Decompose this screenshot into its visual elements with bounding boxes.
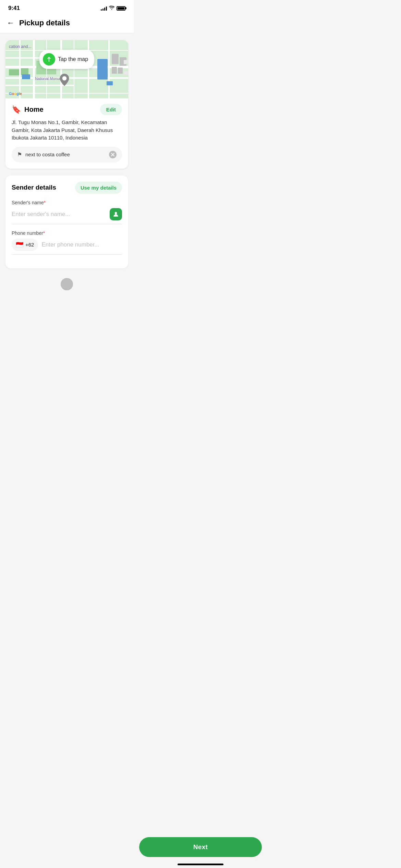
wifi-icon: [109, 5, 114, 11]
clear-icon[interactable]: [109, 151, 117, 158]
note-input-wrapper: ⚑: [12, 147, 122, 162]
google-watermark: Google: [9, 92, 22, 96]
sender-name-field-group: Sender's name*: [12, 200, 122, 224]
country-code: +62: [25, 242, 34, 248]
location-address: Jl. Tugu Monas No.1, Gambir, Kecamatan G…: [12, 119, 122, 142]
svg-rect-12: [21, 68, 28, 75]
scroll-dot: [61, 278, 73, 290]
sender-section: Sender details Use my details Sender's n…: [5, 176, 128, 268]
phone-field-wrapper: 🇮🇩 +62: [12, 239, 122, 255]
phone-input[interactable]: [41, 241, 122, 248]
svg-rect-16: [112, 67, 117, 74]
header: ← Pickup details: [0, 14, 134, 33]
signal-icon: [101, 6, 107, 11]
flag-icon: ⚑: [17, 151, 22, 158]
avatar-icon: [110, 208, 122, 220]
map-pin: [60, 74, 69, 87]
svg-rect-24: [124, 60, 128, 64]
status-icons: [101, 5, 125, 11]
svg-rect-13: [97, 59, 108, 80]
svg-rect-18: [107, 81, 113, 85]
phone-label: Phone number*: [12, 230, 122, 236]
svg-rect-5: [33, 40, 35, 98]
required-star-phone: *: [43, 230, 45, 236]
status-bar: 9:41: [0, 0, 134, 14]
phone-field-group: Phone number* 🇮🇩 +62: [12, 230, 122, 255]
country-selector[interactable]: 🇮🇩 +62: [12, 239, 38, 251]
sender-name-label: Sender's name*: [12, 200, 122, 205]
required-star: *: [44, 200, 46, 205]
sender-header: Sender details Use my details: [12, 182, 122, 194]
use-my-details-button[interactable]: Use my details: [75, 182, 122, 194]
sender-name-input-wrapper: [12, 208, 122, 224]
svg-point-29: [115, 212, 117, 214]
svg-rect-11: [9, 69, 19, 75]
main-content: cation and... National Monument Tap the …: [0, 33, 134, 327]
map-address-partial: cation and...: [9, 44, 31, 49]
location-name-left: 🔖 Home: [12, 105, 44, 114]
svg-rect-6: [60, 40, 62, 98]
location-name-row: 🔖 Home Edit: [12, 104, 122, 115]
map-area[interactable]: cation and... National Monument Tap the …: [5, 40, 128, 98]
tap-tooltip-icon: [43, 53, 55, 65]
tap-map-tooltip[interactable]: Tap the map: [39, 50, 94, 69]
status-time: 9:41: [8, 5, 20, 12]
sender-name-input[interactable]: [12, 211, 110, 218]
svg-rect-7: [88, 40, 89, 98]
svg-rect-19: [22, 74, 30, 79]
bookmark-icon: 🔖: [12, 105, 21, 114]
country-flag: 🇮🇩: [16, 241, 23, 249]
tap-tooltip-text: Tap the map: [58, 56, 88, 62]
svg-rect-17: [118, 68, 123, 74]
svg-rect-25: [124, 71, 128, 75]
edit-button[interactable]: Edit: [100, 104, 122, 115]
page-title: Pickup details: [19, 19, 70, 27]
scroll-indicator: [5, 275, 128, 293]
svg-point-26: [62, 76, 67, 81]
svg-rect-14: [112, 54, 119, 64]
location-name: Home: [24, 106, 44, 113]
battery-icon: [117, 6, 125, 11]
back-button[interactable]: ←: [7, 19, 14, 27]
sender-title: Sender details: [12, 184, 56, 191]
location-card: cation and... National Monument Tap the …: [5, 40, 128, 169]
svg-rect-8: [108, 40, 110, 98]
location-body: 🔖 Home Edit Jl. Tugu Monas No.1, Gambir,…: [5, 98, 128, 169]
note-input[interactable]: [25, 152, 106, 157]
